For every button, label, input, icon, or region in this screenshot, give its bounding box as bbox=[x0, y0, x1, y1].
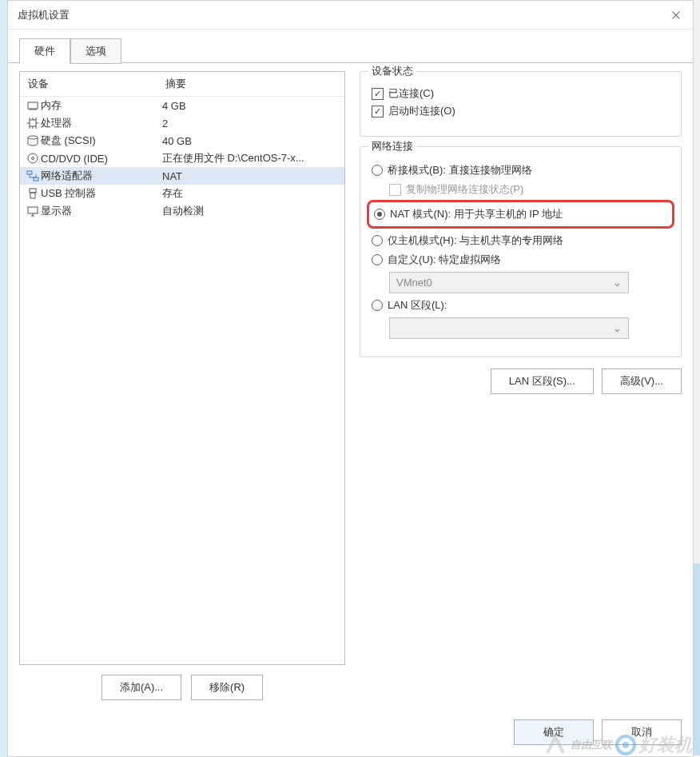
svg-rect-8 bbox=[30, 193, 35, 198]
svg-rect-5 bbox=[27, 171, 32, 174]
chevron-down-icon: ⌄ bbox=[613, 277, 622, 289]
select-value: VMnet0 bbox=[396, 277, 432, 289]
monitor-icon bbox=[25, 205, 41, 217]
radio-label: 桥接模式(B): 直接连接物理网络 bbox=[388, 163, 532, 177]
checkbox-icon: ✓ bbox=[372, 106, 384, 118]
hw-row-cddvd[interactable]: CD/DVD (IDE) 正在使用文件 D:\CentOS-7-x... bbox=[20, 149, 344, 167]
hw-summary: 存在 bbox=[162, 186, 340, 201]
remove-button[interactable]: 移除(R) bbox=[191, 675, 263, 700]
radio-nat[interactable]: NAT 模式(N): 用于共享主机的 IP 地址 bbox=[374, 207, 667, 221]
disk-icon bbox=[25, 134, 41, 147]
hw-summary: 2 bbox=[162, 118, 340, 129]
vm-settings-dialog: 虚拟机设置 硬件 选项 设备 摘要 内存 4 GB bbox=[7, 0, 694, 757]
titlebar: 虚拟机设置 bbox=[8, 1, 693, 30]
dialog-footer: 确定 取消 bbox=[8, 711, 693, 756]
lan-segment-select: ⌄ bbox=[389, 317, 629, 339]
hw-row-usb[interactable]: USB 控制器 存在 bbox=[20, 185, 344, 202]
checkbox-icon bbox=[389, 184, 401, 196]
cancel-button[interactable]: 取消 bbox=[602, 719, 682, 745]
tab-hardware[interactable]: 硬件 bbox=[19, 38, 70, 64]
checkbox-icon: ✓ bbox=[372, 88, 384, 100]
hw-summary: 自动检测 bbox=[162, 204, 340, 218]
hw-summary: 40 GB bbox=[162, 135, 340, 147]
tabbar: 硬件 选项 bbox=[8, 30, 693, 63]
hw-row-processor[interactable]: 处理器 2 bbox=[20, 114, 344, 132]
hw-label: 硬盘 (SCSI) bbox=[41, 133, 162, 148]
hw-summary: 正在使用文件 D:\CentOS-7-x... bbox=[162, 151, 340, 165]
svg-rect-7 bbox=[30, 189, 36, 193]
hw-label: 网络适配器 bbox=[41, 169, 162, 183]
hw-label: 处理器 bbox=[41, 116, 162, 130]
cd-icon bbox=[25, 152, 41, 165]
usb-icon bbox=[25, 187, 41, 200]
radio-bridge[interactable]: 桥接模式(B): 直接连接物理网络 bbox=[372, 163, 670, 177]
ok-button[interactable]: 确定 bbox=[514, 719, 594, 745]
svg-point-4 bbox=[32, 157, 34, 160]
hw-label: USB 控制器 bbox=[41, 186, 162, 201]
checkbox-connect-on-start[interactable]: ✓ 启动时连接(O) bbox=[372, 104, 670, 118]
hw-summary: NAT bbox=[162, 170, 340, 182]
cpu-icon bbox=[25, 117, 41, 129]
checkbox-label: 已连接(C) bbox=[388, 86, 434, 101]
highlight-annotation: NAT 模式(N): 用于共享主机的 IP 地址 bbox=[367, 200, 674, 229]
tab-options[interactable]: 选项 bbox=[70, 38, 121, 64]
radio-icon bbox=[374, 209, 385, 220]
radio-label: LAN 区段(L): bbox=[388, 298, 447, 313]
checkbox-connected[interactable]: ✓ 已连接(C) bbox=[372, 86, 670, 101]
radio-icon bbox=[372, 254, 383, 265]
network-icon bbox=[25, 169, 41, 182]
group-title: 设备状态 bbox=[368, 64, 416, 78]
hw-row-disk[interactable]: 硬盘 (SCSI) 40 GB bbox=[20, 132, 344, 149]
hw-row-display[interactable]: 显示器 自动检测 bbox=[20, 202, 344, 220]
hw-row-network[interactable]: 网络适配器 NAT bbox=[20, 167, 344, 185]
svg-rect-1 bbox=[30, 120, 36, 126]
radio-icon bbox=[372, 165, 383, 176]
svg-rect-9 bbox=[28, 207, 38, 213]
hardware-list-header: 设备 摘要 bbox=[20, 72, 344, 97]
radio-icon bbox=[372, 235, 383, 246]
col-summary: 摘要 bbox=[165, 77, 186, 91]
device-status-group: 设备状态 ✓ 已连接(C) ✓ 启动时连接(O) bbox=[360, 71, 682, 137]
svg-rect-6 bbox=[34, 177, 38, 181]
radio-label: 自定义(U): 特定虚拟网络 bbox=[388, 253, 501, 267]
radio-icon bbox=[372, 300, 383, 311]
hw-label: CD/DVD (IDE) bbox=[41, 153, 162, 165]
hw-label: 内存 bbox=[41, 98, 162, 113]
lan-segments-button[interactable]: LAN 区段(S)... bbox=[491, 369, 594, 394]
hw-row-memory[interactable]: 内存 4 GB bbox=[20, 97, 344, 114]
checkbox-label: 启动时连接(O) bbox=[388, 104, 455, 118]
custom-network-select: VMnet0 ⌄ bbox=[389, 272, 629, 293]
radio-custom[interactable]: 自定义(U): 特定虚拟网络 bbox=[372, 253, 670, 267]
network-connection-group: 网络连接 桥接模式(B): 直接连接物理网络 复制物理网络连接状态(P) NAT… bbox=[360, 146, 682, 357]
hw-summary: 4 GB bbox=[162, 100, 340, 112]
group-title: 网络连接 bbox=[368, 139, 416, 153]
checkbox-replicate: 复制物理网络连接状态(P) bbox=[389, 182, 670, 197]
advanced-button[interactable]: 高级(V)... bbox=[602, 369, 682, 394]
radio-lan-segment[interactable]: LAN 区段(L): bbox=[372, 298, 670, 313]
svg-rect-0 bbox=[28, 102, 38, 109]
hw-label: 显示器 bbox=[41, 204, 162, 218]
col-device: 设备 bbox=[28, 77, 165, 91]
radio-hostonly[interactable]: 仅主机模式(H): 与主机共享的专用网络 bbox=[372, 233, 670, 248]
radio-label: 仅主机模式(H): 与主机共享的专用网络 bbox=[388, 233, 563, 248]
svg-point-2 bbox=[28, 136, 38, 139]
hardware-list: 设备 摘要 内存 4 GB 处理器 2 硬盘 (SCSI) 40 GB bbox=[19, 71, 345, 665]
memory-icon bbox=[25, 99, 41, 112]
chevron-down-icon: ⌄ bbox=[613, 322, 622, 334]
svg-point-3 bbox=[28, 153, 38, 163]
close-icon[interactable] bbox=[669, 8, 683, 22]
radio-label: NAT 模式(N): 用于共享主机的 IP 地址 bbox=[390, 207, 563, 221]
checkbox-label: 复制物理网络连接状态(P) bbox=[406, 182, 523, 197]
window-title: 虚拟机设置 bbox=[18, 8, 669, 22]
add-button[interactable]: 添加(A)... bbox=[101, 675, 181, 700]
